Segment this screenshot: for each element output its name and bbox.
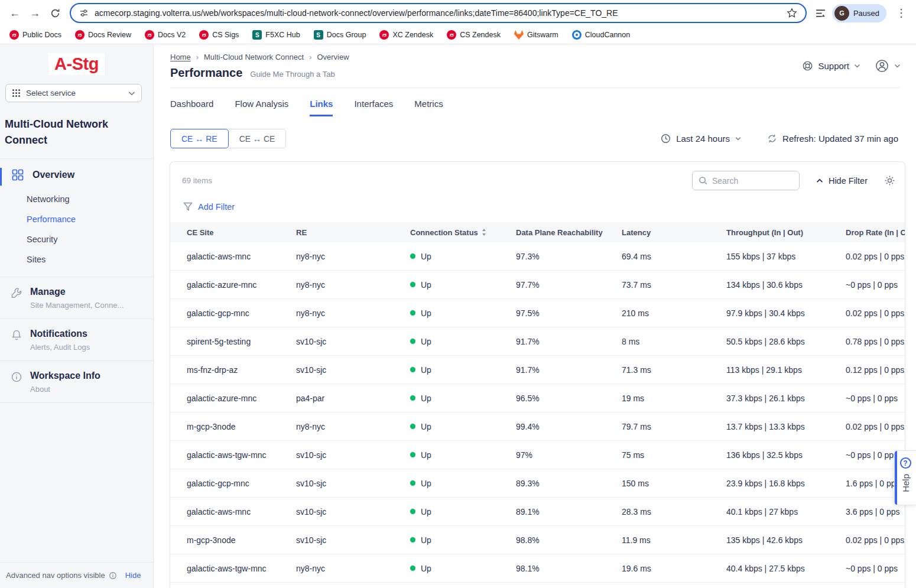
add-filter-button[interactable]: Add Filter [183,202,235,212]
col-ce-site[interactable]: CE Site [187,228,296,237]
time-range-label: Last 24 hours [676,134,730,144]
bookmark-favicon [199,30,209,40]
tab[interactable]: Interfaces [354,99,393,116]
connection-status-cell: Up [410,564,516,573]
hide-nav-link[interactable]: Hide [125,571,141,580]
sidebar-item-notifications[interactable]: Notifications Alerts, Audit Logs [0,319,153,360]
ce-site-link[interactable]: m-gcp-3node [187,535,236,545]
select-service-dropdown[interactable]: Select service [5,84,142,102]
ce-site-link[interactable]: galactic-aws-mnc [187,252,251,261]
sidebar-subitem[interactable]: Sites [0,249,153,269]
bell-icon [11,329,22,341]
brand-logo[interactable]: A-Stg [48,53,105,75]
col-data-plane-reachability[interactable]: Data Plane Reachability [516,228,622,237]
sidebar-item-manage[interactable]: Manage Site Management, Conne... [0,277,153,319]
refresh-icon [767,134,777,144]
main-content: Home Multi-Cloud Network Connect Overvie… [154,44,916,588]
browser-profile-button[interactable]: G Paused [832,4,886,22]
sidebar-subitem[interactable]: Performance [0,209,153,229]
re-cell: ny8-nyc [296,422,410,431]
bookmark-item[interactable]: Docs Review [75,30,131,40]
reachability-cell: 97% [516,450,622,460]
reload-icon[interactable] [46,4,64,22]
bookmark-item[interactable]: CloudCannon [572,30,630,40]
support-menu[interactable]: Support [802,60,860,72]
drop-rate-cell: 3.6 pps | 0 pps [846,507,905,516]
bookmark-favicon [314,30,323,40]
bookmark-item[interactable]: XC Zendesk [379,30,433,40]
ce-site-link[interactable]: galactic-azure-mnc [187,280,256,290]
sidebar-item-workspace-info[interactable]: Workspace Info About [0,361,153,402]
hide-filter-button[interactable]: Hide Filter [816,176,868,186]
ce-site-link[interactable]: spirent-5g-testing [187,337,251,346]
tab[interactable]: Flow Analysis [235,99,288,116]
side-panel-icon[interactable] [815,8,826,19]
breadcrumb-item[interactable]: Home [170,53,191,61]
back-icon[interactable]: ← [6,4,24,22]
bookmark-favicon [572,30,582,40]
link-type-option[interactable]: CE ↔ CE [229,129,287,148]
col-drop-rate[interactable]: Drop Rate (In | Out) [846,228,905,237]
refresh-control[interactable]: Refresh: Updated 37 min ago [767,134,898,144]
guide-me-link[interactable]: Guide Me Through a Tab [250,70,334,79]
user-avatar-icon [875,59,889,73]
bookmark-favicon [447,30,456,40]
search-box[interactable] [692,171,800,190]
tab[interactable]: Dashboard [170,99,213,116]
account-menu[interactable] [875,59,901,73]
bookmark-favicon [9,30,19,40]
help-tab[interactable]: ? Help [894,450,916,505]
ce-site-link[interactable]: m-gcp-3node [187,422,236,431]
support-icon [802,60,813,72]
info-icon [11,371,22,383]
re-cell: ny8-nyc [296,308,410,318]
col-re[interactable]: RE [296,228,410,237]
status-up-dot [410,395,415,401]
table-row: m-gcp-3node sv10-sjc Up 98.8% 11.9 ms 13… [170,526,905,554]
ce-site-link[interactable]: galactic-azure-mnc [187,394,256,403]
throughput-cell: 97.9 kbps | 30.4 kbps [726,308,846,318]
ce-site-link[interactable]: galactic-gcp-mnc [187,479,249,488]
clock-icon [661,134,671,144]
time-range-dropdown[interactable]: Last 24 hours [661,134,741,144]
reachability-cell: 97.5% [516,308,622,318]
tab[interactable]: Links [310,99,333,116]
bookmark-item[interactable]: CS Sigs [199,30,239,40]
url-bar[interactable]: acmecorp.staging.volterra.us/web/workspa… [70,3,807,23]
search-input[interactable] [712,176,793,186]
ce-site-link[interactable]: ms-fnz-drp-az [187,365,238,375]
ce-site-link[interactable]: galactic-aws-tgw-mnc [187,564,267,573]
bookmark-item[interactable]: Gitswarm [514,30,558,40]
bookmark-star-icon[interactable] [787,8,797,18]
forward-icon[interactable]: → [26,4,44,22]
tab[interactable]: Metrics [414,99,443,116]
bookmark-item[interactable]: Public Docs [9,30,61,40]
breadcrumb-item[interactable]: Overview [304,53,349,61]
link-type-option[interactable]: CE ↔ RE [170,129,229,148]
connection-status-cell: Up [410,394,516,403]
connection-status-cell: Up [410,535,516,545]
sidebar-subitem[interactable]: Networking [0,189,153,209]
bookmark-item[interactable]: Docs Group [314,30,366,40]
col-latency[interactable]: Latency [622,228,726,237]
breadcrumb-item[interactable]: Multi-Cloud Network Connect [191,53,304,61]
connection-status-cell: Up [410,450,516,460]
bookmark-item[interactable]: Docs V2 [145,30,186,40]
bookmark-item[interactable]: F5XC Hub [252,30,300,40]
link-type-toggle: CE ↔ RE CE ↔ CE [170,129,286,148]
search-icon [699,176,707,185]
ce-site-link[interactable]: galactic-aws-tgw-mnc [187,450,267,460]
sidebar-item-overview[interactable]: Overview [0,159,153,186]
site-controls-icon[interactable] [79,8,89,18]
table-settings-gear-icon[interactable] [884,175,895,186]
throughput-cell: 40.4 kbps | 27.5 kbps [726,564,846,573]
bookmark-item[interactable]: CS Zendesk [447,30,501,40]
bookmark-label: F5XC Hub [265,31,300,39]
col-connection-status[interactable]: Connection Status [410,228,516,237]
select-service-label: Select service [26,89,76,98]
col-throughput[interactable]: Throughput (In | Out) [726,228,846,237]
sidebar-subitem[interactable]: Security [0,229,153,249]
ce-site-link[interactable]: galactic-gcp-mnc [187,308,249,318]
ce-site-link[interactable]: galactic-aws-mnc [187,507,251,516]
browser-menu-icon[interactable]: ⋮ [892,4,910,22]
